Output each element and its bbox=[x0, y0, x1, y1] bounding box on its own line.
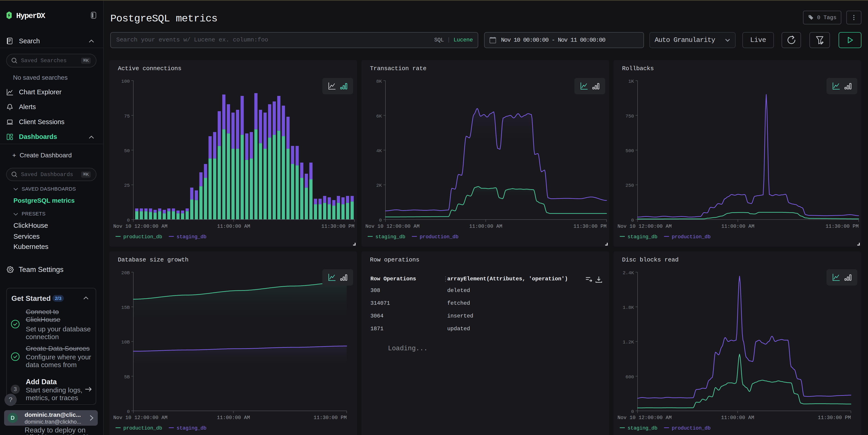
svg-text:staging_db: staging_db bbox=[375, 234, 405, 240]
svg-text:25: 25 bbox=[124, 183, 130, 188]
svg-text:staging_db: staging_db bbox=[177, 234, 207, 240]
svg-text:staging_db: staging_db bbox=[177, 426, 207, 431]
svg-text:100: 100 bbox=[121, 79, 130, 84]
svg-text:Nov 10 12:00:00 AM: Nov 10 12:00:00 AM bbox=[113, 415, 167, 421]
svg-text:10B: 10B bbox=[121, 340, 130, 345]
svg-text:11:30:00 PM: 11:30:00 PM bbox=[314, 415, 347, 421]
svg-text:production_db: production_db bbox=[123, 234, 162, 240]
svg-text:250: 250 bbox=[625, 183, 634, 188]
svg-text:staging_db: staging_db bbox=[627, 426, 657, 431]
svg-text:production_db: production_db bbox=[420, 234, 458, 240]
svg-text:750: 750 bbox=[625, 114, 634, 119]
svg-text:75: 75 bbox=[124, 114, 130, 119]
svg-text:1K: 1K bbox=[628, 79, 634, 84]
svg-text:11:00:00 AM: 11:00:00 AM bbox=[721, 224, 754, 229]
svg-text:production_db: production_db bbox=[672, 426, 711, 431]
svg-text:11:30:00 PM: 11:30:00 PM bbox=[826, 224, 859, 229]
svg-text:2K: 2K bbox=[376, 183, 382, 188]
svg-text:staging_db: staging_db bbox=[627, 234, 657, 240]
svg-text:production_db: production_db bbox=[123, 426, 162, 431]
svg-text:0: 0 bbox=[631, 218, 634, 223]
svg-text:6K: 6K bbox=[376, 114, 382, 119]
svg-text:600: 600 bbox=[625, 374, 634, 380]
svg-text:8K: 8K bbox=[376, 79, 382, 84]
svg-text:0: 0 bbox=[379, 218, 382, 223]
svg-text:0: 0 bbox=[127, 409, 130, 414]
svg-text:50: 50 bbox=[124, 148, 130, 154]
svg-text:11:00:00 AM: 11:00:00 AM bbox=[217, 224, 250, 229]
svg-text:Nov 10 12:00:00 AM: Nov 10 12:00:00 AM bbox=[618, 224, 672, 229]
svg-text:11:30:00 PM: 11:30:00 PM bbox=[818, 415, 851, 421]
svg-text:1.8K: 1.8K bbox=[623, 305, 634, 310]
svg-text:0: 0 bbox=[127, 218, 130, 223]
svg-text:production_db: production_db bbox=[672, 234, 711, 240]
svg-text:11:30:00 PM: 11:30:00 PM bbox=[574, 224, 607, 229]
svg-text:2.4K: 2.4K bbox=[623, 270, 634, 275]
svg-text:1.2K: 1.2K bbox=[623, 340, 634, 345]
svg-text:20B: 20B bbox=[121, 270, 130, 275]
svg-text:5B: 5B bbox=[124, 374, 130, 380]
svg-text:11:00:00 AM: 11:00:00 AM bbox=[469, 224, 502, 229]
svg-text:0: 0 bbox=[631, 409, 634, 414]
svg-text:Nov 10 12:00:00 AM: Nov 10 12:00:00 AM bbox=[113, 224, 167, 229]
svg-text:11:00:00 AM: 11:00:00 AM bbox=[217, 415, 250, 421]
svg-text:4K: 4K bbox=[376, 148, 382, 154]
svg-text:11:00:00 AM: 11:00:00 AM bbox=[721, 415, 754, 421]
svg-text:Nov 10 12:00:00 AM: Nov 10 12:00:00 AM bbox=[618, 415, 672, 421]
svg-text:Nov 10 12:00:00 AM: Nov 10 12:00:00 AM bbox=[365, 224, 420, 229]
svg-text:15B: 15B bbox=[121, 305, 130, 310]
svg-text:11:30:00 PM: 11:30:00 PM bbox=[321, 224, 354, 229]
svg-text:500: 500 bbox=[625, 148, 634, 154]
